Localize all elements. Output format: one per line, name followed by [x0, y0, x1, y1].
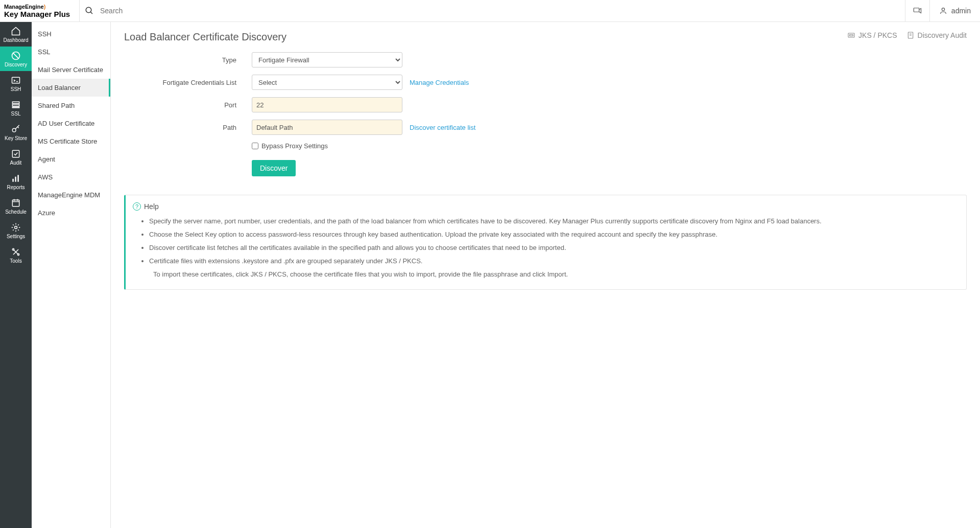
type-label: Type	[150, 56, 252, 64]
subnav-mscertstore[interactable]: MS Certificate Store	[32, 132, 110, 150]
path-label: Path	[150, 124, 252, 131]
help-item: Specify the server name, port number, us…	[149, 216, 957, 227]
search-icon[interactable]	[85, 6, 94, 15]
nav-reports[interactable]: Reports	[0, 169, 32, 194]
manage-credentials-link[interactable]: Manage Credentials	[410, 79, 469, 86]
port-input[interactable]	[252, 97, 402, 112]
search-input[interactable]	[100, 7, 253, 15]
svg-rect-7	[12, 102, 19, 103]
bar-chart-icon	[11, 173, 21, 183]
subnav-sharedpath[interactable]: Shared Path	[32, 97, 110, 114]
calendar-icon	[11, 198, 21, 208]
nav-label: SSH	[11, 86, 21, 92]
logo-product: Key Manager Plus	[4, 10, 79, 18]
bypass-proxy-label: Bypass Proxy Settings	[261, 142, 328, 150]
svg-rect-6	[12, 77, 20, 83]
subnav-aws[interactable]: AWS	[32, 168, 110, 186]
path-input[interactable]	[252, 120, 402, 135]
svg-point-3	[942, 8, 944, 11]
jks-pkcs-link[interactable]: JKS / PKCS	[847, 31, 897, 39]
nav-label: Reports	[7, 185, 25, 190]
top-header: ManageEngine) Key Manager Plus admin	[0, 0, 980, 22]
stack-icon	[11, 100, 21, 110]
nav-label: Schedule	[5, 209, 27, 215]
subnav-loadbalancer[interactable]: Load Balancer	[32, 79, 110, 97]
help-box: ? Help Specify the server name, port num…	[124, 195, 967, 290]
svg-line-5	[13, 53, 19, 59]
subnav-mdm[interactable]: ManageEngine MDM	[32, 186, 110, 204]
logo[interactable]: ManageEngine) Key Manager Plus	[0, 4, 79, 18]
page-top-links: JKS / PKCS Discovery Audit	[847, 31, 967, 39]
credentials-label: Fortigate Credentials List	[150, 79, 252, 86]
subnav-ssh[interactable]: SSH	[32, 25, 110, 43]
svg-rect-14	[17, 175, 19, 181]
help-title: Help	[144, 202, 159, 211]
subnav-azure[interactable]: Azure	[32, 204, 110, 222]
audit-icon	[906, 31, 915, 39]
user-menu[interactable]: admin	[929, 0, 980, 21]
svg-rect-9	[12, 107, 19, 108]
subnav-adusercert[interactable]: AD User Certificate	[32, 114, 110, 132]
audit-label: Discovery Audit	[918, 31, 967, 39]
svg-rect-22	[848, 33, 854, 37]
notification-button[interactable]	[905, 0, 929, 21]
nav-tools[interactable]: Tools	[0, 243, 32, 267]
nav-audit[interactable]: Audit	[0, 145, 32, 169]
subnav-agent[interactable]: Agent	[32, 150, 110, 168]
subnav-mailserver[interactable]: Mail Server Certificate	[32, 61, 110, 79]
main-content: JKS / PKCS Discovery Audit Load Balancer…	[111, 22, 980, 528]
svg-point-19	[15, 226, 17, 228]
svg-line-1	[90, 12, 92, 14]
sub-nav: SSH SSL Mail Server Certificate Load Bal…	[32, 22, 111, 528]
svg-rect-11	[12, 150, 19, 157]
nav-keystore[interactable]: Key Store	[0, 120, 32, 145]
bypass-proxy-checkbox[interactable]	[252, 143, 258, 149]
nav-schedule[interactable]: Schedule	[0, 194, 32, 218]
type-select[interactable]: Fortigate Firewall	[252, 52, 402, 67]
nav-label: Discovery	[5, 62, 27, 67]
discover-button[interactable]: Discover	[252, 160, 296, 176]
nav-ssl[interactable]: SSL	[0, 96, 32, 120]
svg-point-0	[86, 7, 91, 13]
header-right: admin	[905, 0, 980, 21]
help-subtext: To import these certificates, click JKS …	[133, 269, 957, 280]
nav-settings[interactable]: Settings	[0, 218, 32, 243]
discovery-audit-link[interactable]: Discovery Audit	[906, 31, 967, 39]
discovery-form: Type Fortigate Firewall Fortigate Creden…	[150, 52, 967, 176]
nav-label: Audit	[10, 160, 22, 166]
main-nav: Dashboard Discovery SSH SSL Key Store Au…	[0, 22, 32, 528]
discovery-icon	[11, 51, 21, 61]
credentials-select[interactable]: Select	[252, 75, 402, 90]
check-icon	[11, 149, 21, 159]
svg-rect-23	[850, 35, 853, 36]
nav-label: Key Store	[5, 135, 27, 141]
help-icon: ?	[133, 202, 141, 211]
discover-list-link[interactable]: Discover certificate list	[410, 124, 475, 131]
nav-label: SSL	[11, 111, 21, 117]
key-icon	[11, 124, 21, 134]
page-title: Load Balancer Certificate Discovery	[124, 31, 967, 43]
wrench-icon	[11, 247, 21, 257]
nav-dashboard[interactable]: Dashboard	[0, 22, 32, 47]
gear-icon	[11, 222, 21, 233]
search-area	[79, 0, 905, 21]
user-label: admin	[951, 7, 971, 15]
nav-label: Dashboard	[4, 37, 29, 43]
nav-label: Settings	[7, 234, 25, 239]
help-item: Discover certificate list fetches all th…	[149, 242, 957, 254]
help-item: Certificate files with extensions .keyst…	[149, 256, 957, 267]
nav-discovery[interactable]: Discovery	[0, 47, 32, 71]
svg-rect-13	[15, 176, 16, 181]
svg-rect-12	[12, 178, 14, 181]
nav-ssh[interactable]: SSH	[0, 71, 32, 96]
jks-icon	[847, 31, 855, 39]
help-item: Choose the Select Key option to access p…	[149, 229, 957, 240]
logo-brand: ManageEngine)	[4, 4, 79, 10]
jks-label: JKS / PKCS	[858, 31, 897, 39]
help-heading: ? Help	[133, 202, 957, 211]
user-icon	[939, 7, 947, 15]
svg-point-10	[12, 128, 16, 132]
subnav-ssl[interactable]: SSL	[32, 43, 110, 61]
terminal-icon	[11, 75, 21, 85]
nav-label: Tools	[10, 258, 21, 264]
